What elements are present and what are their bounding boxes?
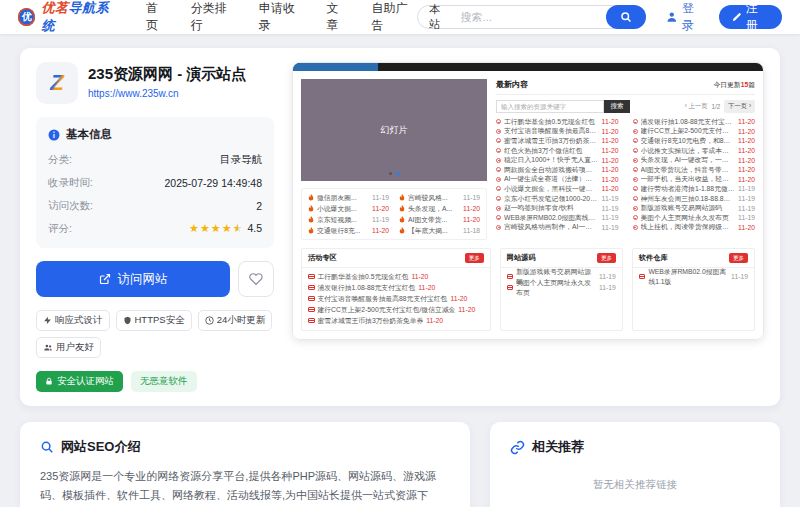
minus-circle-icon — [496, 196, 501, 201]
latest-list-col1: 工行鹏华基金抽0.5元现金红包 11-20 支付宝语音唤醒服务抽最高88元支付宝… — [496, 117, 619, 232]
card-icon — [639, 274, 646, 279]
card-icon — [308, 296, 315, 301]
minus-circle-icon — [633, 119, 638, 124]
rating-row: 评分: ★★★★★4.5 — [48, 217, 262, 240]
register-button[interactable]: 注册 — [719, 5, 782, 29]
page-title: 235资源网网 - 演示站点 — [88, 65, 246, 84]
list-item: 蜜雪冰城雪王币抽3万份奶茶免单券 11-20 — [496, 136, 619, 146]
site-screenshot-preview[interactable]: 幻灯片 微信朋友圈... 11-19 — [292, 62, 764, 340]
nav-link[interactable]: 分类排行 — [191, 0, 237, 34]
minus-circle-icon — [496, 129, 501, 134]
nav-link[interactable]: 首页 — [146, 0, 169, 34]
nav-link[interactable]: 申请收录 — [259, 0, 305, 34]
minus-circle-icon — [633, 167, 638, 172]
search-icon — [40, 440, 54, 454]
hot-list-item: 宫崎骏风格... 11-19 — [399, 192, 480, 203]
external-link-icon — [99, 273, 111, 285]
site-summary-column: Z 235资源网网 - 演示站点 https://www.235w.cn 基本信… — [36, 62, 274, 392]
fire-icon — [399, 216, 405, 223]
carousel-dots — [301, 172, 487, 176]
minus-circle-icon — [496, 186, 501, 191]
nav-link[interactable]: 自助广告 — [371, 0, 417, 34]
site-detail-card: Z 235资源网网 - 演示站点 https://www.235w.cn 基本信… — [20, 48, 780, 406]
card-icon — [308, 318, 315, 323]
fire-icon — [399, 194, 405, 201]
badge-certified: 安全认证网站 — [36, 371, 123, 392]
seo-title: 网站SEO介绍 — [61, 438, 140, 456]
next-page-button[interactable]: 下一页 › — [724, 100, 755, 113]
hot-list-item: 小说爆文掘... 11-20 — [308, 203, 389, 214]
tag-responsive: 响应式设计 — [36, 310, 110, 331]
preview-hot-list: 微信朋友圈... 11-19 宫崎骏风格... 11-19 — [301, 188, 487, 240]
more-button[interactable]: 更多 — [465, 253, 484, 263]
rating-value: 4.5 — [247, 222, 262, 234]
search-button[interactable] — [606, 5, 647, 29]
search-scope-label[interactable]: 本站 — [429, 2, 450, 32]
minus-circle-icon — [633, 129, 638, 134]
card-icon — [308, 274, 315, 279]
minus-circle-icon — [633, 225, 638, 230]
minus-circle-icon — [496, 215, 501, 220]
list-item: 建行CC豆上架2-500元支付宝红包/微信立减金 11-20 — [633, 127, 756, 137]
today-update-count: 今日更新15篇 — [713, 80, 755, 90]
favorite-button[interactable] — [238, 261, 274, 297]
list-item: 神州车友会周三抽0.18-88.8元微信红包 11-19 — [633, 194, 756, 204]
list-item: 交通银行8充10元电费，和8充30元中国移动话费 11-20 — [633, 136, 756, 146]
list-item: WEB录屏RMB02.0报图离线1.1版 11-19 — [496, 213, 619, 223]
hot-list-item: 【年底大揭... 11-18 — [399, 225, 480, 236]
info-row: 分类: 目录导航 — [48, 148, 262, 171]
pencil-icon — [732, 12, 742, 22]
site-tags: 响应式设计 HTTPS安全 24小时更新 用户友好 — [36, 310, 274, 358]
section-activity: 活动专区 更多 工行鹏华基金抽0.5元现金红包 11-20 — [301, 248, 491, 331]
svg-text:Z: Z — [49, 70, 65, 95]
related-card: 相关推荐 暂无相关推荐链接 — [490, 422, 780, 507]
site-logo: Z — [36, 62, 78, 104]
more-button[interactable]: 更多 — [597, 253, 616, 263]
hot-list-item: 微信朋友圈... 11-19 — [308, 192, 389, 203]
brand-name: 优茗导航系统 — [41, 0, 120, 35]
badge-no-malware: 无恶意软件 — [131, 371, 197, 392]
fire-icon — [399, 205, 405, 212]
list-item: 建行CC豆上架2-500元支付宝红包/微信立减金 11-20 — [308, 304, 484, 315]
fire-icon — [399, 227, 405, 234]
tag-https: HTTPS安全 — [116, 310, 192, 331]
login-button[interactable]: 登录 — [666, 0, 705, 34]
hot-list-item: 交通银行8充... 11-20 — [308, 225, 389, 236]
minus-circle-icon — [633, 177, 638, 182]
card-icon — [308, 285, 315, 290]
fire-icon — [308, 216, 314, 223]
list-item: 建行劳动者港湾抽1-1.88元微信立减金 11-19 — [633, 184, 756, 194]
visit-site-button[interactable]: 访问网站 — [36, 261, 230, 297]
hot-list-item: 头条发现，A... 11-20 — [399, 203, 480, 214]
search-input[interactable] — [461, 11, 606, 23]
site-search: 本站 — [417, 5, 646, 29]
preview-search-button[interactable]: 搜索 — [604, 100, 630, 113]
info-row: 收录时间: 2025-07-29 14:49:48 — [48, 171, 262, 194]
fire-icon — [308, 227, 314, 234]
list-item: 赵一鸣签到抽零食/饮料 11-19 — [496, 203, 619, 213]
minus-circle-icon — [496, 167, 501, 172]
list-item: 美图个人主页网址永久发布页 11-19 — [633, 213, 756, 223]
list-item: 支付宝语音唤醒服务抽最高88元支付宝红包 11-20 — [308, 293, 484, 304]
prev-page-button[interactable]: ‹ 上一页 — [685, 102, 708, 111]
info-icon — [48, 129, 60, 141]
nav-link[interactable]: 文章 — [327, 0, 350, 34]
list-item: 宫崎骏风格动画制作，AI一键生成温馨治愈... 11-19 — [496, 223, 619, 233]
minus-circle-icon — [496, 158, 501, 163]
minus-circle-icon — [633, 206, 638, 211]
list-item: 工行鹏华基金抽0.5元现金红包 11-20 — [496, 117, 619, 127]
brand-logo-icon: 优 — [18, 8, 35, 26]
section-source-code: 网站源码 更多 新版游戏账号交易网站源码 11-19 — [500, 248, 623, 331]
preview-slideshow: 幻灯片 — [301, 79, 487, 181]
card-icon — [507, 274, 514, 279]
list-item: 稳定日入1000+！快手无人直播带货新玩法，... 11-20 — [496, 155, 619, 165]
preview-pagination: ‹ 上一页 1/2 下一页 › — [685, 100, 755, 113]
site-url-link[interactable]: https://www.235w.cn — [88, 88, 246, 99]
tag-updates: 24小时更新 — [198, 310, 273, 331]
preview-navbar — [293, 63, 763, 71]
fire-icon — [308, 205, 314, 212]
preview-search-input[interactable] — [496, 100, 604, 113]
more-button[interactable]: 更多 — [729, 253, 748, 263]
minus-circle-icon — [633, 186, 638, 191]
heart-icon — [249, 272, 263, 286]
